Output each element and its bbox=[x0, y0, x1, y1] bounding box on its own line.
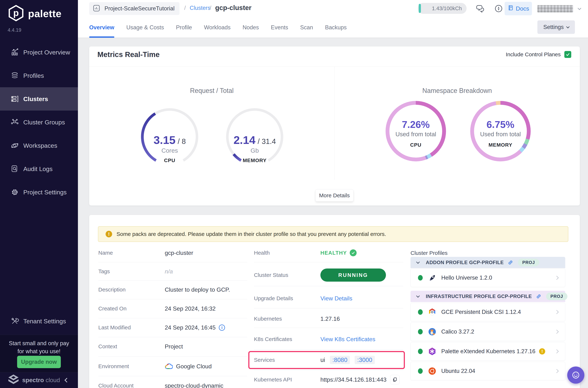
memory-namespace-donut: 6.75% Used from total MEMORY bbox=[470, 101, 531, 161]
sidebar-item-clusters[interactable]: Clusters bbox=[0, 87, 78, 111]
last-modified-label: Last Modified bbox=[98, 324, 131, 331]
infrastructure-profile-header[interactable]: INFRASTRUCTURE PROFILE GCP-PROFILE PROJ bbox=[410, 291, 565, 302]
profile-pack-row-ubuntu[interactable]: Ubuntu 22.04 bbox=[410, 362, 565, 380]
cpu-donut-caption: Used from total bbox=[385, 131, 446, 138]
compass-icon[interactable] bbox=[494, 4, 503, 13]
tab-backups[interactable]: Backups bbox=[325, 17, 347, 38]
sidebar-item-label: Audit Logs bbox=[23, 165, 53, 172]
settings-button[interactable]: Settings bbox=[537, 20, 575, 34]
include-control-planes-checkbox[interactable] bbox=[564, 51, 571, 58]
created-on-value: 24 Sep 2024, 16:32 bbox=[165, 305, 216, 312]
orbit-icon bbox=[10, 141, 19, 150]
sidebar-item-workspaces[interactable]: Workspaces bbox=[0, 134, 78, 157]
brand-text: spectro cloud bbox=[22, 377, 60, 384]
project-name: Project-ScaleSecureTutorial bbox=[105, 5, 175, 12]
tab-usage-costs[interactable]: Usage & Costs bbox=[126, 17, 164, 38]
environment-label: Environment bbox=[98, 363, 129, 369]
view-k8s-certificates-link[interactable]: View K8s Certificates bbox=[320, 336, 375, 343]
tab-overview[interactable]: Overview bbox=[89, 17, 114, 38]
divider bbox=[254, 262, 403, 262]
layers-icon bbox=[10, 71, 19, 80]
support-chat-fab[interactable] bbox=[567, 366, 584, 384]
info-icon[interactable]: i bbox=[219, 324, 225, 331]
memory-gauge: 2.14/ 31.4 Gb MEMORY bbox=[224, 106, 286, 168]
project-chart-icon bbox=[92, 4, 100, 13]
palette-logo[interactable]: p palette bbox=[8, 5, 62, 22]
rocket-icon bbox=[428, 273, 436, 282]
pack-name: Palette eXtended Kubernetes 1.27.16 bbox=[441, 348, 535, 355]
user-menu-caret-icon[interactable] bbox=[578, 6, 581, 10]
project-selector[interactable]: Project-ScaleSecureTutorial bbox=[89, 2, 180, 15]
tab-nodes[interactable]: Nodes bbox=[243, 17, 259, 38]
gce-disk-icon bbox=[428, 308, 436, 316]
memory-gauge-unit: Gb bbox=[224, 147, 286, 154]
proj-badge: PROJ bbox=[518, 259, 539, 266]
sidebar-item-project-overview[interactable]: Project Overview bbox=[0, 41, 78, 64]
addon-profile-header-label: ADDON PROFILE GCP-PROFILE bbox=[426, 260, 504, 266]
tabs: Overview Usage & Costs Profile Workloads… bbox=[89, 17, 347, 38]
profile-pack-row-hello-universe[interactable]: Hello Universe 1.2.0 bbox=[410, 268, 565, 287]
service-port-link[interactable]: :3000 bbox=[355, 356, 375, 364]
docs-button[interactable]: Docs bbox=[505, 2, 532, 15]
kubernetes-api-value: https://34.54.126.181:443 bbox=[320, 375, 400, 384]
pack-name: Ubuntu 22.04 bbox=[441, 368, 475, 374]
sidebar-item-profiles[interactable]: Profiles bbox=[0, 64, 78, 87]
more-details-button[interactable]: More Details bbox=[316, 190, 353, 201]
profile-pack-row-gce-disk[interactable]: GCE Persistent Disk CSI 1.12.4 bbox=[410, 303, 565, 321]
infrastructure-profile-header-label: INFRASTRUCTURE PROFILE GCP-PROFILE bbox=[426, 294, 532, 299]
breadcrumb-separator: / bbox=[210, 5, 211, 11]
usage-quota-badge[interactable]: 1.43/100kCh bbox=[418, 3, 467, 14]
divider bbox=[98, 337, 247, 337]
sidebar-item-tenant-settings[interactable]: Tenant Settings bbox=[0, 310, 78, 333]
include-control-planes: Include Control Planes bbox=[506, 50, 571, 58]
breadcrumb-clusters-link[interactable]: Clusters bbox=[190, 5, 210, 11]
memory-donut-metric: MEMORY bbox=[470, 142, 531, 148]
tab-workloads[interactable]: Workloads bbox=[204, 17, 231, 38]
status-dot bbox=[418, 309, 423, 315]
pack-name: Hello Universe 1.2.0 bbox=[441, 274, 492, 281]
tab-events[interactable]: Events bbox=[271, 17, 288, 38]
sidebar-item-label: Project Overview bbox=[23, 49, 70, 56]
view-details-link[interactable]: View Details bbox=[320, 295, 352, 302]
user-name-redacted[interactable] bbox=[537, 5, 573, 12]
chevron-down-icon bbox=[416, 260, 420, 264]
description-value: Cluster to deploy to GCP. bbox=[165, 286, 230, 293]
cluster-tabs-bar: Overview Usage & Costs Profile Workloads… bbox=[78, 17, 588, 38]
app-version: 4.4.19 bbox=[8, 27, 21, 33]
service-name: ui bbox=[320, 357, 325, 364]
sidebar-item-label: Profiles bbox=[23, 72, 44, 79]
usage-progress-sliver bbox=[419, 4, 421, 13]
tab-scan[interactable]: Scan bbox=[300, 17, 313, 38]
collapse-sidebar-icon[interactable] bbox=[65, 378, 69, 382]
upgrade-now-button[interactable]: Upgrade now bbox=[17, 356, 61, 368]
chevron-down-icon bbox=[416, 294, 420, 298]
running-status-pill[interactable]: RUNNING bbox=[320, 268, 386, 282]
created-on-label: Created On bbox=[98, 306, 127, 312]
sidebar-item-project-settings[interactable]: Project Settings bbox=[0, 181, 78, 204]
addon-profile-header[interactable]: ADDON PROFILE GCP-PROFILE PROJ bbox=[410, 257, 565, 268]
environment-value: Google Cloud bbox=[165, 363, 212, 370]
pack-warning-icon: ! bbox=[539, 348, 545, 355]
copy-icon[interactable] bbox=[390, 375, 400, 384]
svg-text:p: p bbox=[13, 8, 19, 18]
profile-pack-row-calico[interactable]: Calico 3.27.2 bbox=[410, 322, 565, 341]
sidebar-item-cluster-groups[interactable]: Cluster Groups bbox=[0, 111, 78, 134]
calico-icon bbox=[428, 327, 436, 336]
logo-text: palette bbox=[28, 8, 62, 20]
last-modified-value: 24 Sep 2024, 16:45i bbox=[165, 324, 225, 331]
chevron-right-icon bbox=[555, 330, 559, 334]
docs-label: Docs bbox=[516, 5, 529, 12]
chat-bubbles-icon[interactable] bbox=[475, 4, 485, 13]
description-label: Description bbox=[98, 287, 126, 293]
health-value: HEALTHY bbox=[320, 249, 357, 256]
tab-profile[interactable]: Profile bbox=[176, 17, 192, 38]
memory-donut-caption: Used from total bbox=[470, 131, 531, 138]
profile-pack-row-pxk[interactable]: Palette eXtended Kubernetes 1.27.16 ! bbox=[410, 342, 565, 361]
sidebar: p palette 4.4.19 Project Overview Profil… bbox=[0, 0, 78, 388]
service-port-link[interactable]: :8080 bbox=[330, 356, 350, 364]
gear-icon bbox=[10, 188, 19, 197]
chevron-right-icon bbox=[555, 276, 559, 280]
pxk-icon bbox=[428, 347, 436, 356]
sidebar-item-audit-logs[interactable]: Audit Logs bbox=[0, 157, 78, 181]
divider bbox=[254, 349, 403, 350]
